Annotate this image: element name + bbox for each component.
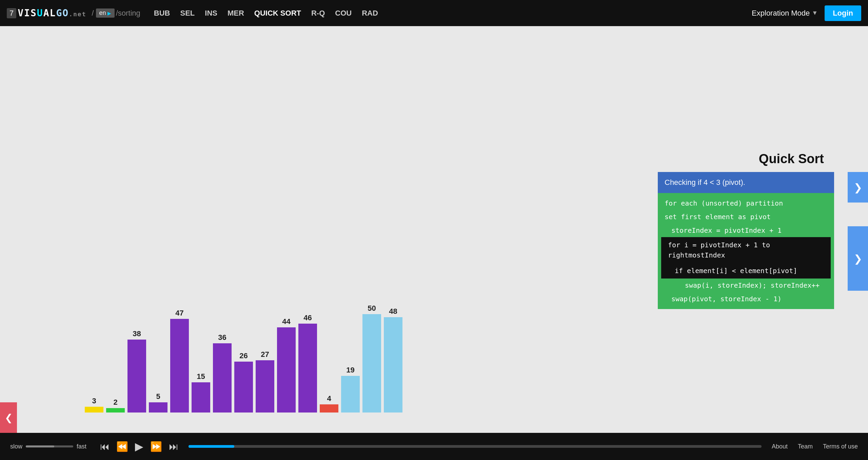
skip-back-button[interactable]: ⏮ xyxy=(100,441,110,452)
code-panel: for each (unsorted) partition set first … xyxy=(658,193,834,309)
bar-item-10: 46 xyxy=(298,313,317,413)
team-link[interactable]: Team xyxy=(798,443,813,450)
bar-item-7: 26 xyxy=(234,351,253,413)
status-panel: Checking if 4 < 3 (pivot). for each (uns… xyxy=(658,172,834,309)
bar-label-2: 38 xyxy=(133,329,141,338)
bar-item-8: 27 xyxy=(256,350,274,413)
visualization-area: 32385471536262744464195048 Quick Sort Ch… xyxy=(17,26,868,433)
exploration-mode-toggle[interactable]: Exploration Mode ▼ xyxy=(752,9,818,18)
bar-item-4: 47 xyxy=(170,309,189,413)
nav-item-bub[interactable]: BUB xyxy=(154,9,170,18)
next-step-top-button[interactable]: ❯ xyxy=(848,172,868,203)
language-arrow-icon: ▶ xyxy=(107,11,111,16)
bar-rect-3 xyxy=(149,402,167,413)
language-label: en xyxy=(99,9,106,17)
exploration-mode-arrow-icon: ▼ xyxy=(812,9,818,17)
progress-bar-fill xyxy=(189,445,234,448)
speed-slider[interactable] xyxy=(26,445,73,447)
step-back-button[interactable]: ⏪ xyxy=(116,441,128,452)
step-forward-button[interactable]: ⏩ xyxy=(150,441,162,452)
code-line-1: set first element as pivot xyxy=(665,210,827,224)
code-line-0: for each (unsorted) partition xyxy=(665,196,827,210)
bar-item-12: 19 xyxy=(341,366,360,413)
algorithm-nav: BUB SEL INS MER QUICK SORT R-Q COU RAD xyxy=(154,9,378,18)
play-icon: ▶ xyxy=(135,440,143,453)
bar-label-0: 3 xyxy=(92,397,96,405)
speed-slow-label: slow xyxy=(10,443,22,450)
about-link[interactable]: About xyxy=(772,443,788,450)
bar-label-1: 2 xyxy=(113,398,117,407)
code-line-6: swap(pivot, storeIndex - 1) xyxy=(665,292,827,306)
nav-item-rq[interactable]: R-Q xyxy=(311,9,325,18)
bar-label-4: 47 xyxy=(175,309,183,318)
algorithm-title: Quick Sort xyxy=(759,152,824,166)
bar-rect-13 xyxy=(362,314,381,413)
bar-item-14: 48 xyxy=(384,307,402,413)
bar-item-3: 5 xyxy=(149,392,167,413)
bar-chart: 32385471536262744464195048 xyxy=(85,43,732,413)
bar-rect-8 xyxy=(256,360,274,413)
play-button[interactable]: ▶ xyxy=(135,440,143,453)
bar-item-0: 3 xyxy=(85,397,103,413)
bar-rect-14 xyxy=(384,317,402,413)
login-button[interactable]: Login xyxy=(825,5,861,21)
bar-rect-4 xyxy=(170,319,189,413)
progress-bar[interactable] xyxy=(189,445,762,448)
bar-label-8: 27 xyxy=(261,350,269,359)
bar-item-13: 50 xyxy=(362,304,381,413)
bar-item-9: 44 xyxy=(277,317,296,413)
nav-item-quicksort[interactable]: QUICK SORT xyxy=(254,9,301,18)
bar-label-11: 4 xyxy=(327,394,331,403)
bar-label-7: 26 xyxy=(239,351,248,360)
nav-item-mer[interactable]: MER xyxy=(228,9,244,18)
code-line-2: storeIndex = pivotIndex + 1 xyxy=(665,224,827,237)
right-arrow-bottom-icon: ❯ xyxy=(854,253,862,265)
code-line-5: swap(i, storeIndex); storeIndex++ xyxy=(665,279,827,292)
language-selector[interactable]: en ▶ xyxy=(96,8,115,18)
nav-right: Exploration Mode ▼ Login xyxy=(752,5,861,21)
nav-path: /sorting xyxy=(116,9,140,18)
bar-rect-2 xyxy=(127,340,146,413)
nav-item-rad[interactable]: RAD xyxy=(362,9,378,18)
bar-label-9: 44 xyxy=(282,317,290,326)
logo-text: VISUALGO.net xyxy=(18,7,86,19)
code-line-3: for i = pivotIndex + 1 to rightmostIndex xyxy=(661,237,831,263)
bar-rect-9 xyxy=(277,327,296,413)
speed-slider-fill xyxy=(26,445,54,447)
logo-7: 7 xyxy=(7,8,16,18)
prev-step-button[interactable]: ❮ xyxy=(0,402,17,433)
status-message: Checking if 4 < 3 (pivot). xyxy=(658,172,834,193)
left-sidebar: ❮ xyxy=(0,26,17,433)
nav-item-sel[interactable]: SEL xyxy=(180,9,195,18)
bar-rect-5 xyxy=(192,382,210,413)
nav-item-cou[interactable]: COU xyxy=(335,9,352,18)
bar-item-6: 36 xyxy=(213,333,232,413)
bar-label-12: 19 xyxy=(346,366,354,375)
bar-rect-7 xyxy=(234,362,253,413)
nav-separator: / xyxy=(92,9,94,18)
step-back-icon: ⏪ xyxy=(116,441,128,452)
terms-link[interactable]: Terms of use xyxy=(823,443,858,450)
step-forward-icon: ⏩ xyxy=(150,441,162,452)
skip-forward-button[interactable]: ⏭ xyxy=(169,441,178,452)
bar-item-11: 4 xyxy=(320,394,338,413)
bar-rect-11 xyxy=(320,404,338,413)
left-arrow-icon: ❮ xyxy=(5,412,13,423)
speed-fast-label: fast xyxy=(77,443,86,450)
bar-rect-12 xyxy=(341,376,360,413)
bar-item-1: 2 xyxy=(106,398,125,413)
bar-rect-1 xyxy=(106,408,125,413)
logo[interactable]: 7 VISUALGO.net xyxy=(7,7,86,19)
code-line-4: if element[i] < element[pivot] xyxy=(661,263,831,279)
bar-label-13: 50 xyxy=(368,304,376,313)
bar-label-14: 48 xyxy=(389,307,397,316)
next-step-bottom-button[interactable]: ❯ xyxy=(848,226,868,291)
bar-label-6: 36 xyxy=(218,333,226,342)
skip-back-icon: ⏮ xyxy=(100,441,110,452)
nav-item-ins[interactable]: INS xyxy=(205,9,217,18)
exploration-mode-label: Exploration Mode xyxy=(752,9,810,18)
bar-label-5: 15 xyxy=(197,372,205,381)
bar-label-3: 5 xyxy=(156,392,160,401)
transport-controls: ⏮ ⏪ ▶ ⏩ ⏭ xyxy=(100,440,178,453)
bar-rect-0 xyxy=(85,407,103,413)
